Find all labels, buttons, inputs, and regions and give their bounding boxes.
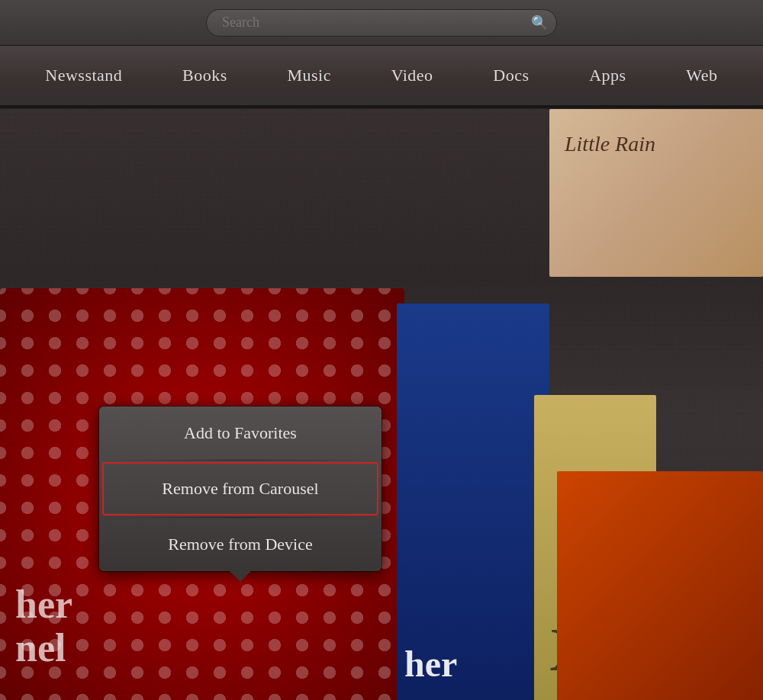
nav-separator	[0, 107, 763, 109]
nav-item-web[interactable]: Web	[674, 59, 729, 92]
menu-separator-1	[107, 460, 374, 461]
menu-item-add-favorites[interactable]: Add to Favorites	[99, 406, 382, 460]
search-container: 🔍	[206, 9, 557, 37]
nav-bar: Newsstand Books Music Video Docs Apps We…	[0, 46, 763, 107]
book-blue[interactable]: her	[397, 303, 549, 700]
nav-item-docs[interactable]: Docs	[481, 59, 541, 92]
menu-item-remove-carousel[interactable]: Remove from Carousel	[102, 462, 378, 515]
context-menu: Add to Favorites Remove from Carousel Re…	[99, 406, 382, 571]
search-input[interactable]	[206, 9, 557, 37]
book-orange[interactable]	[557, 471, 763, 700]
nav-item-apps[interactable]: Apps	[577, 59, 638, 92]
main-screen: 🔍 Newsstand Books Music Video Docs Apps …	[0, 0, 763, 700]
book-blue-text: her	[404, 644, 457, 685]
nav-item-music[interactable]: Music	[275, 59, 343, 92]
book-tan[interactable]: Little Rain	[549, 109, 763, 277]
top-bar: 🔍	[0, 0, 763, 46]
carousel-area: her nel her Little Rain X Add to Favorit…	[0, 109, 763, 700]
menu-item-remove-device[interactable]: Remove from Device	[99, 518, 382, 571]
search-icon: 🔍	[531, 14, 548, 31]
book-tan-text: Little Rain	[565, 132, 655, 156]
nav-item-newsstand[interactable]: Newsstand	[33, 59, 134, 92]
book-red-text: her nel	[15, 583, 72, 669]
nav-item-books[interactable]: Books	[170, 59, 240, 92]
nav-item-video[interactable]: Video	[379, 59, 446, 92]
